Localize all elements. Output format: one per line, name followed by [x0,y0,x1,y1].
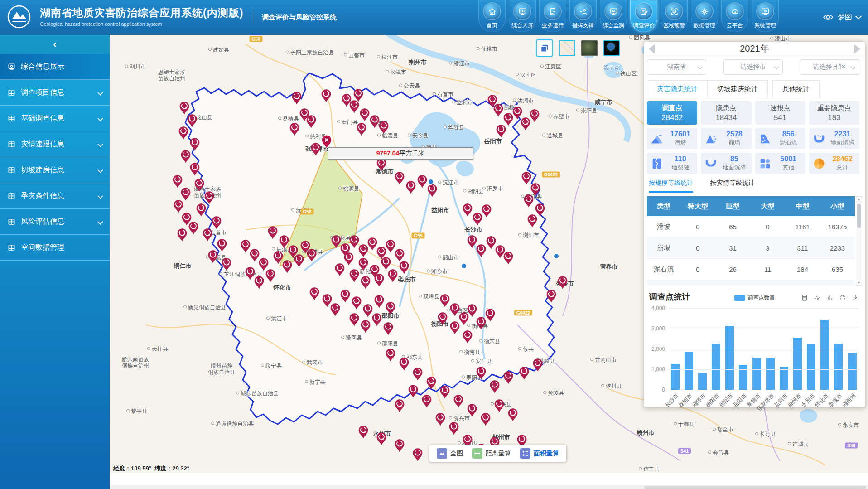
scrollbar-thumb[interactable] [857,204,861,228]
hazard-pin[interactable] [428,184,437,197]
hazard-pin[interactable] [350,313,359,326]
hazard-pin[interactable] [436,413,445,426]
hazard-pin[interactable] [450,303,459,316]
hazard-pin[interactable] [189,222,198,234]
hazard-pin[interactable] [504,113,513,126]
hazard-pin[interactable] [522,172,531,184]
hazard-pin[interactable] [323,294,332,307]
refresh-icon[interactable] [839,294,846,301]
layers-button[interactable] [536,39,553,57]
hazard-pin[interactable] [255,276,264,289]
hazard-pin[interactable] [377,158,386,171]
data-view-icon[interactable] [801,294,808,301]
hazard-pin[interactable] [513,107,522,119]
download-icon[interactable] [852,294,859,301]
hazard-pin[interactable] [547,290,556,302]
hazard-pin[interactable] [203,228,212,241]
hazard-pin[interactable] [468,304,477,317]
hazard-pin[interactable] [174,200,183,213]
hazard-pin[interactable] [530,109,539,122]
measure-start-pin[interactable] [322,135,332,149]
hazard-pin[interactable] [486,309,495,321]
hazard-pin[interactable] [440,294,449,307]
scroll-up-icon[interactable]: ▲ [856,198,862,201]
sidebar-item-综合信息展示[interactable]: 综合信息展示 [0,54,110,80]
hazard-pin[interactable] [395,249,404,261]
sidebar-collapse-button[interactable]: ‹ [0,35,110,54]
hazard-pin[interactable] [372,313,381,326]
hazard-pin[interactable] [504,371,513,384]
hazard-pin[interactable] [495,399,504,412]
hazard-pin[interactable] [422,395,431,407]
hazard-pin[interactable] [531,183,540,196]
hazard-pin[interactable] [406,181,415,194]
select-请选择县/区[interactable]: 请选择县/区 [800,59,859,75]
hazard-pin[interactable] [307,115,316,128]
nav-item-首页[interactable]: 首页 [478,0,506,32]
hazard-pin[interactable] [482,204,491,217]
hazard-pin[interactable] [350,100,359,113]
summary-card-调查点[interactable]: 调查点28462 [647,101,697,125]
summary-card-重要隐患点[interactable]: 重要隐患点183 [809,101,859,125]
hazard-pin[interactable] [181,188,190,200]
hazard-pin[interactable] [205,191,214,204]
hazard-pin[interactable] [508,408,517,421]
line-chart-icon[interactable] [814,294,821,301]
nav-item-综合监测[interactable]: 综合监测 [600,0,627,32]
hazard-pin[interactable] [481,413,490,426]
select-请选择市[interactable]: 请选择市 [723,59,783,75]
hazard-pin[interactable] [246,267,255,280]
sidebar-item-灾情速报信息[interactable]: 灾情速报信息 [0,131,110,157]
hazard-pin[interactable] [477,367,486,379]
tab-灾害隐患统计[interactable]: 灾害隐患统计 [647,80,708,97]
hazard-pin[interactable] [504,252,513,264]
hazard-pin[interactable] [520,367,529,379]
type-card-泥石流[interactable]: 856泥石流 [755,128,805,149]
hazard-pin[interactable] [400,358,409,370]
table-scrollbar[interactable]: ▲ ▼ [856,196,862,286]
hazard-pin[interactable] [381,257,391,270]
hazard-pin[interactable] [361,320,370,333]
nav-item-调查评价[interactable]: 调查评价 [630,0,657,32]
hazard-pin[interactable] [241,240,250,252]
nav-item-区域预警[interactable]: 区域预警 [661,0,688,32]
hazard-pin[interactable] [181,150,190,163]
hazard-pin[interactable] [477,317,486,329]
hazard-pin[interactable] [413,448,422,461]
type-card-崩塌[interactable]: 2578崩塌 [701,128,751,149]
hazard-pin[interactable] [350,235,359,248]
hazard-pin[interactable] [311,143,320,155]
hazard-pin[interactable] [449,422,458,435]
hazard-pin[interactable] [357,123,366,136]
type-card-总计[interactable]: 28462总计 [809,153,859,174]
hazard-pin[interactable] [395,399,404,412]
hazard-pin[interactable] [388,269,397,282]
satellite-map-thumbnail[interactable] [581,40,598,56]
hazard-pin[interactable] [413,368,422,380]
hazard-pin[interactable] [359,258,368,271]
hazard-pin[interactable] [350,269,359,282]
hazard-pin[interactable] [354,89,363,102]
horizontal-scrollbar[interactable] [110,485,868,489]
hazard-pin[interactable] [290,123,299,136]
hazard-pin[interactable] [370,115,379,128]
sidebar-item-空间数据管理[interactable]: 空间数据管理 [0,235,110,261]
hazard-pin[interactable] [197,203,206,216]
map-tool-距离量算[interactable]: 距离量算 [472,448,511,459]
hazard-pin[interactable] [524,194,533,207]
hazard-pin[interactable] [463,330,472,343]
blue-marker[interactable] [461,263,467,269]
hazard-pin[interactable] [459,312,468,325]
hazard-pin[interactable] [386,349,395,361]
hazard-pin[interactable] [528,214,537,227]
hazard-pin[interactable] [208,250,217,263]
hazard-pin[interactable] [558,276,567,289]
nav-item-数据管理[interactable]: 数据管理 [691,0,718,32]
hazard-pin[interactable] [310,287,319,300]
type-card-地裂缝[interactable]: 110地裂缝 [647,153,697,174]
type-card-滑坡[interactable]: 17601滑坡 [647,128,697,149]
hazard-pin[interactable] [360,108,369,121]
hazard-pin[interactable] [384,322,393,335]
hazard-pin[interactable] [377,432,386,445]
hazard-pin[interactable] [490,380,499,393]
